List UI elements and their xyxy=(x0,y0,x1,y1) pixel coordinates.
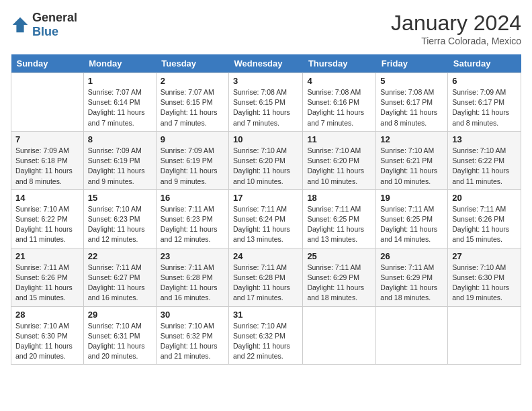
calendar-cell: 16Sunrise: 7:11 AM Sunset: 6:23 PM Dayli… xyxy=(156,189,228,248)
month-year-title: January 2024 xyxy=(391,11,521,36)
week-row-2: 7Sunrise: 7:09 AM Sunset: 6:18 PM Daylig… xyxy=(11,131,521,189)
day-number: 13 xyxy=(452,134,517,144)
day-number: 14 xyxy=(15,193,79,203)
calendar-cell: 11Sunrise: 7:10 AM Sunset: 6:20 PM Dayli… xyxy=(303,131,376,189)
calendar-cell: 30Sunrise: 7:10 AM Sunset: 6:32 PM Dayli… xyxy=(156,306,228,365)
header-monday: Monday xyxy=(83,54,156,73)
day-info: Sunrise: 7:11 AM Sunset: 6:24 PM Dayligh… xyxy=(233,204,298,245)
calendar-cell: 13Sunrise: 7:10 AM Sunset: 6:22 PM Dayli… xyxy=(448,131,521,189)
header-sunday: Sunday xyxy=(11,54,84,73)
day-info: Sunrise: 7:11 AM Sunset: 6:26 PM Dayligh… xyxy=(15,263,79,304)
day-number: 24 xyxy=(233,251,298,261)
day-info: Sunrise: 7:11 AM Sunset: 6:28 PM Dayligh… xyxy=(161,263,224,304)
weekday-header-row: SundayMondayTuesdayWednesdayThursdayFrid… xyxy=(11,54,521,73)
header-tuesday: Tuesday xyxy=(156,54,228,73)
calendar-cell: 9Sunrise: 7:09 AM Sunset: 6:19 PM Daylig… xyxy=(156,131,228,189)
day-info: Sunrise: 7:09 AM Sunset: 6:19 PM Dayligh… xyxy=(88,146,152,187)
day-number: 2 xyxy=(161,76,224,86)
day-info: Sunrise: 7:11 AM Sunset: 6:23 PM Dayligh… xyxy=(161,204,224,245)
day-info: Sunrise: 7:10 AM Sunset: 6:30 PM Dayligh… xyxy=(452,263,517,304)
day-number: 10 xyxy=(233,134,298,144)
day-info: Sunrise: 7:07 AM Sunset: 6:14 PM Dayligh… xyxy=(88,87,152,128)
calendar-cell: 4Sunrise: 7:08 AM Sunset: 6:16 PM Daylig… xyxy=(303,73,376,132)
calendar-cell: 28Sunrise: 7:10 AM Sunset: 6:30 PM Dayli… xyxy=(11,306,84,365)
calendar-cell: 10Sunrise: 7:10 AM Sunset: 6:20 PM Dayli… xyxy=(229,131,303,189)
day-number: 7 xyxy=(15,134,79,144)
day-number: 28 xyxy=(15,310,79,320)
day-number: 30 xyxy=(161,310,224,320)
day-info: Sunrise: 7:11 AM Sunset: 6:26 PM Dayligh… xyxy=(452,204,517,245)
svg-marker-0 xyxy=(13,17,28,32)
calendar-cell: 20Sunrise: 7:11 AM Sunset: 6:26 PM Dayli… xyxy=(448,189,521,248)
calendar-cell: 15Sunrise: 7:10 AM Sunset: 6:23 PM Dayli… xyxy=(83,189,156,248)
logo-icon xyxy=(11,15,30,34)
calendar-cell: 18Sunrise: 7:11 AM Sunset: 6:25 PM Dayli… xyxy=(303,189,376,248)
day-number: 4 xyxy=(307,76,371,86)
calendar-cell: 24Sunrise: 7:11 AM Sunset: 6:28 PM Dayli… xyxy=(229,248,303,306)
day-number: 20 xyxy=(452,193,517,203)
day-number: 17 xyxy=(233,193,298,203)
calendar-cell: 6Sunrise: 7:09 AM Sunset: 6:17 PM Daylig… xyxy=(448,73,521,132)
calendar-cell: 8Sunrise: 7:09 AM Sunset: 6:19 PM Daylig… xyxy=(83,131,156,189)
day-info: Sunrise: 7:08 AM Sunset: 6:17 PM Dayligh… xyxy=(380,87,443,128)
calendar-cell: 31Sunrise: 7:10 AM Sunset: 6:32 PM Dayli… xyxy=(229,306,303,365)
day-number: 21 xyxy=(15,251,79,261)
calendar-cell: 3Sunrise: 7:08 AM Sunset: 6:15 PM Daylig… xyxy=(229,73,303,132)
header-friday: Friday xyxy=(376,54,448,73)
day-info: Sunrise: 7:09 AM Sunset: 6:17 PM Dayligh… xyxy=(452,87,517,128)
day-number: 11 xyxy=(307,134,371,144)
calendar-cell: 22Sunrise: 7:11 AM Sunset: 6:27 PM Dayli… xyxy=(83,248,156,306)
calendar-cell: 27Sunrise: 7:10 AM Sunset: 6:30 PM Dayli… xyxy=(448,248,521,306)
calendar-cell: 19Sunrise: 7:11 AM Sunset: 6:25 PM Dayli… xyxy=(376,189,448,248)
day-number: 19 xyxy=(380,193,443,203)
calendar-cell xyxy=(376,306,448,365)
location-subtitle: Tierra Colorada, Mexico xyxy=(391,36,521,46)
logo-general: General xyxy=(32,11,77,24)
day-number: 23 xyxy=(161,251,224,261)
day-number: 8 xyxy=(88,134,152,144)
calendar-cell: 2Sunrise: 7:07 AM Sunset: 6:15 PM Daylig… xyxy=(156,73,228,132)
week-row-4: 21Sunrise: 7:11 AM Sunset: 6:26 PM Dayli… xyxy=(11,248,521,306)
page-header: General Blue January 2024 Tierra Colorad… xyxy=(11,11,521,46)
header-wednesday: Wednesday xyxy=(229,54,303,73)
day-info: Sunrise: 7:11 AM Sunset: 6:27 PM Dayligh… xyxy=(88,263,152,304)
day-info: Sunrise: 7:10 AM Sunset: 6:22 PM Dayligh… xyxy=(452,146,517,187)
day-number: 6 xyxy=(452,76,517,86)
day-number: 29 xyxy=(88,310,152,320)
day-number: 18 xyxy=(307,193,371,203)
calendar-table: SundayMondayTuesdayWednesdayThursdayFrid… xyxy=(11,54,521,365)
header-thursday: Thursday xyxy=(303,54,376,73)
day-number: 5 xyxy=(380,76,443,86)
day-info: Sunrise: 7:11 AM Sunset: 6:29 PM Dayligh… xyxy=(380,263,443,304)
title-block: January 2024 Tierra Colorada, Mexico xyxy=(391,11,521,46)
day-info: Sunrise: 7:10 AM Sunset: 6:31 PM Dayligh… xyxy=(88,321,152,362)
calendar-cell: 12Sunrise: 7:10 AM Sunset: 6:21 PM Dayli… xyxy=(376,131,448,189)
day-info: Sunrise: 7:11 AM Sunset: 6:25 PM Dayligh… xyxy=(380,204,443,245)
day-number: 31 xyxy=(233,310,298,320)
calendar-cell: 21Sunrise: 7:11 AM Sunset: 6:26 PM Dayli… xyxy=(11,248,84,306)
day-info: Sunrise: 7:10 AM Sunset: 6:20 PM Dayligh… xyxy=(307,146,371,187)
header-saturday: Saturday xyxy=(448,54,521,73)
day-number: 25 xyxy=(307,251,371,261)
day-info: Sunrise: 7:10 AM Sunset: 6:20 PM Dayligh… xyxy=(233,146,298,187)
day-info: Sunrise: 7:10 AM Sunset: 6:22 PM Dayligh… xyxy=(15,204,79,245)
week-row-1: 1Sunrise: 7:07 AM Sunset: 6:14 PM Daylig… xyxy=(11,73,521,132)
week-row-5: 28Sunrise: 7:10 AM Sunset: 6:30 PM Dayli… xyxy=(11,306,521,365)
calendar-cell: 26Sunrise: 7:11 AM Sunset: 6:29 PM Dayli… xyxy=(376,248,448,306)
day-number: 16 xyxy=(161,193,224,203)
day-info: Sunrise: 7:10 AM Sunset: 6:30 PM Dayligh… xyxy=(15,321,79,362)
day-info: Sunrise: 7:09 AM Sunset: 6:18 PM Dayligh… xyxy=(15,146,79,187)
calendar-cell: 1Sunrise: 7:07 AM Sunset: 6:14 PM Daylig… xyxy=(83,73,156,132)
day-info: Sunrise: 7:08 AM Sunset: 6:16 PM Dayligh… xyxy=(307,87,371,128)
day-info: Sunrise: 7:10 AM Sunset: 6:32 PM Dayligh… xyxy=(161,321,224,362)
calendar-cell xyxy=(11,73,84,132)
calendar-cell: 14Sunrise: 7:10 AM Sunset: 6:22 PM Dayli… xyxy=(11,189,84,248)
calendar-cell: 5Sunrise: 7:08 AM Sunset: 6:17 PM Daylig… xyxy=(376,73,448,132)
logo-blue: Blue xyxy=(32,25,58,38)
day-info: Sunrise: 7:11 AM Sunset: 6:25 PM Dayligh… xyxy=(307,204,371,245)
day-info: Sunrise: 7:11 AM Sunset: 6:28 PM Dayligh… xyxy=(233,263,298,304)
day-number: 27 xyxy=(452,251,517,261)
day-number: 22 xyxy=(88,251,152,261)
day-number: 26 xyxy=(380,251,443,261)
day-number: 15 xyxy=(88,193,152,203)
